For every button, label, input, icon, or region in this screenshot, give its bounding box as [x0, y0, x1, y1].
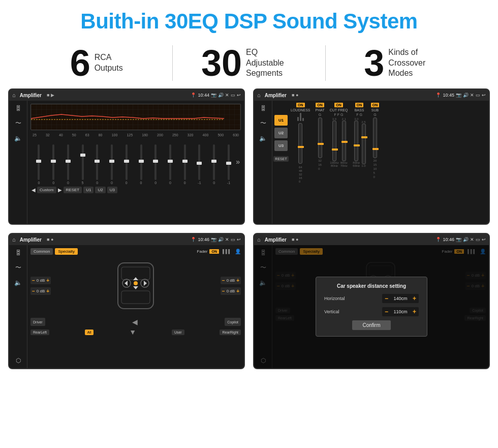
eq-slider-0[interactable]: 0: [32, 144, 46, 185]
filter-icon-2[interactable]: 🎛: [260, 105, 266, 112]
left-top-db: − 0 dB +: [30, 277, 51, 284]
right-top-plus[interactable]: +: [236, 278, 239, 283]
right-top-minus[interactable]: −: [222, 278, 225, 283]
home-icon-1[interactable]: ⌂: [12, 92, 16, 98]
left-bottom-minus[interactable]: −: [32, 288, 35, 294]
specialty-tab[interactable]: Specialty: [55, 248, 77, 255]
screen-eq[interactable]: ⌂ Amplifier ■ ▶ 📍 10:44 📷 🔊 ✕ ▭ ↩ 🎛 〜 🔈: [8, 88, 245, 225]
speaker-icon-3[interactable]: 🔈: [14, 279, 22, 286]
back-icon-3[interactable]: ↩: [237, 237, 241, 242]
channel-loudness: ON LOUDNESS: [291, 103, 310, 222]
time-3: 10:46: [198, 237, 209, 242]
filter-icon-3[interactable]: 🎛: [15, 249, 21, 256]
left-top-plus[interactable]: +: [46, 278, 49, 283]
vertical-minus[interactable]: −: [385, 308, 388, 315]
eq-slider-1[interactable]: 0: [46, 144, 61, 185]
eq-slider-6[interactable]: 0: [119, 144, 134, 185]
vertical-label: Vertical: [324, 309, 339, 314]
eq-slider-11[interactable]: -1: [192, 144, 207, 185]
svg-marker-10: [144, 281, 147, 286]
eq-slider-2[interactable]: 0: [60, 144, 75, 185]
horizontal-plus[interactable]: +: [413, 295, 416, 302]
common-tab[interactable]: Common: [30, 248, 53, 255]
expand-icon[interactable]: »: [236, 158, 240, 166]
filter-icon-1[interactable]: 🎛: [15, 105, 21, 112]
reset-btn[interactable]: RESET: [64, 187, 82, 193]
home-icon-3[interactable]: ⌂: [12, 236, 16, 243]
right-bottom-minus[interactable]: −: [222, 288, 225, 294]
back-icon-4[interactable]: ↩: [482, 237, 486, 242]
play-icon[interactable]: ▶: [58, 187, 62, 193]
down-arrow-icon[interactable]: ▼: [129, 328, 136, 336]
fader-on-badge[interactable]: ON: [209, 249, 219, 254]
custom-btn[interactable]: Custom: [37, 187, 56, 193]
stat-eq-label: EQ Adjustable Segments: [246, 47, 297, 79]
left-top-minus[interactable]: −: [32, 278, 35, 283]
all-btn[interactable]: All: [85, 330, 94, 335]
screen-body-2: 🎛 〜 🔈 U1 U2 U3 RESET: [254, 101, 489, 224]
u2-btn[interactable]: U2: [95, 187, 105, 193]
camera-icon-2: 📷: [456, 93, 461, 98]
x-icon-2: ✕: [470, 93, 474, 98]
cutfreq-on[interactable]: ON: [334, 103, 343, 107]
fader-bars: ▌▌▌: [223, 249, 231, 254]
left-bottom-plus[interactable]: +: [46, 288, 49, 294]
rearright-btn[interactable]: RearRight: [220, 330, 241, 335]
speaker-icon-1[interactable]: 🔈: [14, 135, 22, 142]
back-icon-1[interactable]: ↩: [237, 93, 241, 98]
sub-on[interactable]: ON: [371, 103, 380, 107]
eq-slider-8[interactable]: 0: [148, 144, 163, 185]
wave-icon-1[interactable]: 〜: [15, 119, 21, 128]
horizontal-minus[interactable]: −: [385, 295, 388, 302]
rect-icon-1: ▭: [231, 93, 235, 98]
location-icon-1: 📍: [191, 93, 196, 98]
eq-slider-4[interactable]: 0: [90, 144, 105, 185]
user-btn[interactable]: User: [172, 330, 184, 335]
home-icon-2[interactable]: ⌂: [257, 92, 261, 98]
u3-preset[interactable]: U3: [274, 140, 288, 151]
copilot-btn[interactable]: Copilot: [225, 318, 241, 326]
dialog-overlay: Car speaker distance setting Horizontal …: [254, 245, 489, 368]
speaker-icon-2[interactable]: 🔈: [259, 135, 267, 142]
left-sidebar-2: 🎛 〜 🔈: [254, 101, 272, 224]
vertical-plus[interactable]: +: [413, 308, 416, 315]
rect-icon-4: ▭: [476, 237, 480, 242]
wave-icon-2[interactable]: 〜: [260, 119, 266, 128]
wave-icon-3[interactable]: 〜: [15, 263, 21, 272]
left-arrow-icon[interactable]: ◀: [132, 318, 138, 326]
car-diagram-area: [54, 258, 217, 314]
vertical-control: − 110cm +: [382, 307, 419, 316]
reset-btn-2[interactable]: RESET: [274, 156, 288, 162]
right-bottom-plus[interactable]: +: [236, 288, 239, 294]
eq-slider-13[interactable]: -1: [222, 144, 236, 185]
left-bottom-db: − 0 dB +: [30, 287, 51, 295]
stat-divider-2: [325, 45, 326, 81]
eq-slider-9[interactable]: 0: [163, 144, 178, 185]
screen-fader[interactable]: ⌂ Amplifier ■ ● 📍 10:46 📷 🔊 ✕ ▭ ↩ 🎛 〜 🔈 …: [8, 233, 245, 369]
eq-slider-12[interactable]: 0: [207, 144, 222, 185]
bass-on[interactable]: ON: [355, 103, 364, 107]
stat-crossover-label: Kinds of Crossover Modes: [388, 47, 439, 79]
x-icon-4: ✕: [470, 237, 474, 242]
u1-btn[interactable]: U1: [83, 187, 94, 193]
prev-icon[interactable]: ◀: [32, 187, 36, 193]
u3-btn[interactable]: U3: [107, 187, 117, 193]
phat-on[interactable]: ON: [316, 103, 324, 107]
u1-preset[interactable]: U1: [274, 115, 288, 126]
back-icon-2[interactable]: ↩: [482, 93, 486, 98]
eq-slider-3[interactable]: 5: [75, 144, 90, 185]
eq-slider-10[interactable]: 0: [177, 144, 192, 185]
eq-slider-5[interactable]: 0: [105, 144, 119, 185]
balance-icon-3[interactable]: ⬡: [16, 357, 21, 364]
confirm-button[interactable]: Confirm: [352, 320, 390, 330]
screen-fader-dialog[interactable]: ⌂ Amplifier ■ ● 📍 10:46 📷 🔊 ✕ ▭ ↩ 🎛 〜 🔈 …: [253, 233, 490, 369]
screen-amp[interactable]: ⌂ Amplifier ■ ● 📍 10:45 📷 🔊 ✕ ▭ ↩ 🎛 〜 🔈: [253, 88, 490, 225]
media-icons-4: ■ ●: [292, 237, 298, 242]
loudness-on[interactable]: ON: [296, 103, 305, 107]
time-4: 10:46: [443, 237, 454, 242]
u2-preset[interactable]: U2: [274, 128, 288, 138]
driver-btn[interactable]: Driver: [30, 318, 45, 326]
eq-slider-7[interactable]: 0: [134, 144, 148, 185]
rearleft-btn[interactable]: RearLeft: [30, 330, 49, 335]
home-icon-4[interactable]: ⌂: [257, 236, 261, 243]
